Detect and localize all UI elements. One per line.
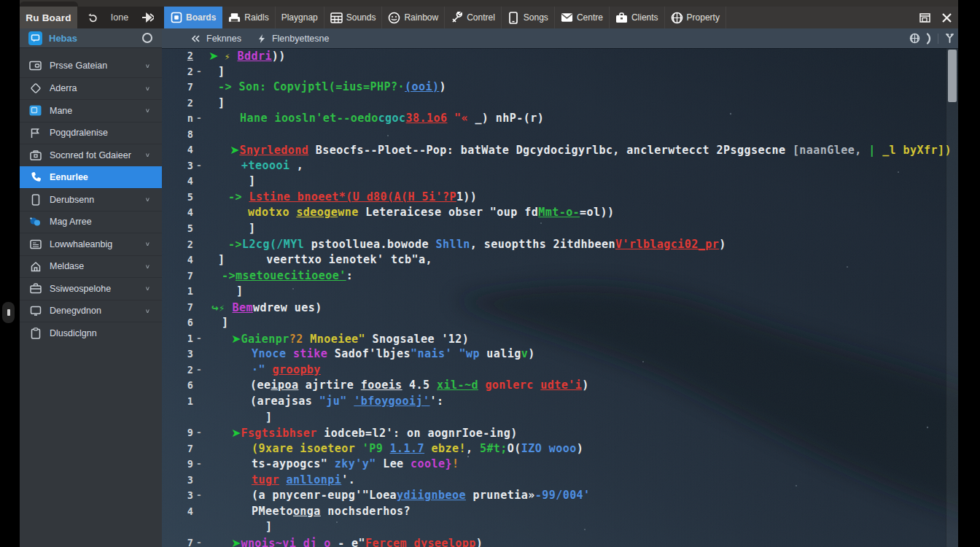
line-number: 5 [162,222,193,234]
forward-icon[interactable] [141,12,154,23]
tab-rainbow[interactable]: Rainbow [382,7,445,28]
tab-sounds[interactable]: Sounds [324,7,383,28]
token-bu: (ooi) [405,80,439,93]
back-icon[interactable] [88,12,98,23]
sidebar-item-13[interactable]: Dlusdiclgnn [20,322,162,344]
token-gu: Mmt-o- [538,206,580,219]
token-ru: 38.1o6 [406,112,448,125]
tab-raidls[interactable]: Raidls [222,7,275,28]
sidebar-item-12[interactable]: Denegvdnon∨ [20,300,162,322]
line-number: 1 [162,395,193,407]
scrollbar-track[interactable] [946,48,958,547]
line-number: 2 [162,66,193,77]
wallet-icon [29,60,42,72]
token-wu: ipoa [271,379,298,392]
token-w: ajrtire [298,379,360,392]
close-icon[interactable] [937,9,956,26]
scrollbar-thumb[interactable] [948,50,957,102]
tab-boards[interactable]: Boards [164,7,222,28]
token-g: | [862,144,876,157]
token-b: IZO wooo [521,442,577,455]
code-line-15: 7->msetouecitioeoe': [162,268,946,284]
token-g: Gaienpr [241,333,289,346]
maximize-icon[interactable] [915,9,934,26]
edge-handle[interactable] [2,302,15,323]
line-number: 2 [162,97,193,109]
code-line-29: 3-(a pnycenr-eupg'"Loeaydiignbeoe prunet… [162,488,946,504]
sidebar-item-1[interactable]: Prsse Gateian∨ [20,55,162,77]
code-text: wdotxo sdeogewne Leteraicese obser "oup … [248,206,615,219]
globe-save-icon[interactable] [909,33,920,44]
sidebar-item-8[interactable]: Mag Arree [20,211,162,233]
tab-centre[interactable]: Centre [555,7,610,28]
sidebar-header[interactable]: Hebas [20,28,162,48]
tab-playgnap[interactable]: Playgnap [276,7,324,28]
fold-marker[interactable]: - [196,458,202,469]
code-line-31: ] [162,519,946,535]
sidebar-item-10[interactable]: Meldase∨ [20,255,162,278]
chevron-down-icon: ∨ [145,152,150,158]
line-number: 8 [162,128,193,140]
tab-clients[interactable]: Clients [610,7,665,28]
sidebar-item-4[interactable]: Pogqdralenise [20,122,162,144]
code-text: tugr anllonpi'. [252,473,355,486]
editor-toolbar-label-1[interactable]: Feknnes [206,34,241,44]
tab-property[interactable]: Property [665,7,726,28]
tab-label: Boards [186,12,216,23]
fold-marker[interactable]: - [196,427,202,438]
main-area: Hebas Prsse Gateian∨Aderra∨Mane∨Pogqdral… [20,28,958,547]
token-w: Lee [376,457,411,470]
token-w: ts-aypogcs" [252,457,335,470]
sidebar-item-2[interactable]: Aderra∨ [20,77,162,100]
printer-icon [228,12,241,24]
fold-marker[interactable]: - [196,537,202,547]
token-gy: [naanGlee, [793,144,862,157]
window-top-strip [20,0,958,7]
fold-marker[interactable]: - [196,66,202,77]
token-w: ] [218,65,225,78]
token-w: Leteraicese obser "oup fd [359,206,539,219]
code-area[interactable]: 2➤ ⚡ Bddri))2-]7-> Son: Copvjptl(=ius=PH… [162,48,946,547]
line-number: 6 [162,317,193,328]
board-icon [170,12,182,24]
token-w: 4.5 [402,379,437,392]
token-w: (areajsas [250,395,319,408]
tab-label: Rainbow [404,12,438,23]
code-line-10: 5-> Lstine bnoeet*(U d80(A(H 5i'?P1)) [162,190,946,206]
tab-strip: BoardsRaidlsPlaygnapSoundsRainbowContrel… [164,7,915,28]
fold-marker[interactable]: - [196,364,202,375]
circle-icon[interactable] [142,33,152,43]
line-number: 2 [162,238,193,250]
tab-songs[interactable]: Songs [502,7,555,28]
editor-toolbar-left: Feknnes Flenbyettesne [162,34,329,44]
sidebar-item-11[interactable]: Ssiweospelohe∨ [20,277,162,300]
fold-marker[interactable]: - [196,160,202,171]
tab-contrel[interactable]: Contrel [445,7,502,28]
sidebar-item-6[interactable]: Eenurlee [20,166,162,189]
code-text: ->L2cg(/MYl pstoolluea.bowode Shlln, seu… [228,238,726,251]
code-line-30: 4PMeetoonga nochsderhos? [162,504,946,520]
code-text: ->msetouecitioeoe': [222,269,353,282]
sidebar-item-5[interactable]: Socnred fot Gdaieer∨ [20,144,162,166]
fold-marker[interactable]: - [196,112,202,123]
token-r: "« [447,112,475,125]
token-gu: msetouecitioeoe' [236,269,346,282]
tab-label: Centre [577,12,603,23]
chevrons-left-icon[interactable] [190,34,201,43]
sidebar-item-3[interactable]: Mane∨ [20,99,162,122]
sidebar-item-9[interactable]: Lowwhaleanbig∨ [20,233,162,255]
token-w: ] [218,96,225,109]
token-b: Ynoce [252,347,293,360]
fold-marker[interactable]: - [196,333,202,344]
branch-icon[interactable] [944,33,955,44]
editor-toolbar-label-2[interactable]: Flenbyettesne [272,34,330,44]
token-g: v [521,347,528,360]
fold-marker[interactable]: - [196,489,202,500]
sidebar-item-7[interactable]: Derubsenn∨ [20,188,162,211]
camera-icon [29,149,42,161]
tab-label: Clients [631,12,658,23]
code-line-3: 7-> Son: Copvjptl(=ius=PHP?·(ooi)) [162,79,946,96]
paren-icon[interactable] [926,33,932,44]
code-line-23: 1(areajsas "ju" 'bfoygooij'': [162,394,946,410]
code-line-19: 1-➤Gaienpr?2 Mnoeiee" Snogsalee '12) [162,331,946,347]
